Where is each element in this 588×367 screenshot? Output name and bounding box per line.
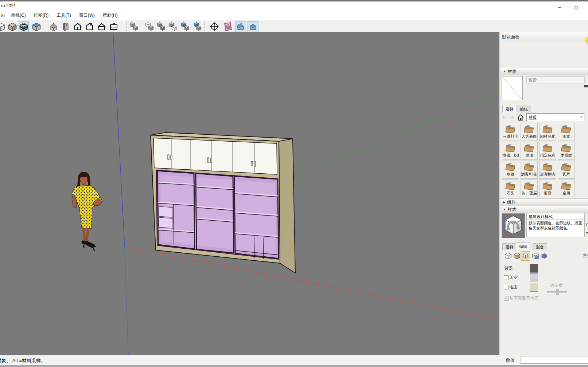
background-settings-button[interactable] xyxy=(521,251,530,261)
ground-color-swatch[interactable] xyxy=(530,283,538,292)
material-category-label: 木质纹 xyxy=(561,153,572,158)
menu-bar: V) 相机(C) 绘图(R) 工具(T) 窗口(W) 帮助(H) xyxy=(0,11,588,20)
view-back-button[interactable] xyxy=(84,21,95,32)
material-category-cell[interactable]: 砖、覆层 xyxy=(521,179,538,197)
toolbar-grip[interactable] xyxy=(126,21,126,31)
transparency-label: 透明度 xyxy=(550,283,563,288)
show-ground-below-checkbox[interactable]: ✓ xyxy=(504,296,509,301)
section-plane-button[interactable] xyxy=(222,21,233,32)
sky-color-swatch[interactable] xyxy=(530,273,538,282)
update-style-icon[interactable]: ⟳ xyxy=(586,222,588,228)
toolbar-grip[interactable] xyxy=(204,21,205,31)
back-arrow-icon[interactable]: ⇦ xyxy=(502,114,507,120)
front-elevation-view-icon xyxy=(97,22,106,31)
transparency-slider-handle[interactable] xyxy=(556,289,559,295)
ground-checkbox[interactable] xyxy=(504,285,509,289)
material-category-cell[interactable]: 地毯、织物 xyxy=(502,142,519,160)
home-icon[interactable] xyxy=(517,114,524,121)
watermark-settings-icon xyxy=(532,252,539,260)
material-category-cell[interactable]: 指定色彩 xyxy=(539,142,556,160)
material-name-field[interactable]: 预设 xyxy=(526,76,585,83)
menu-item-help[interactable]: 帮助(H) xyxy=(99,11,122,20)
materials-header-label: 材质 xyxy=(508,69,516,74)
collapse-triangle-icon: ▼ xyxy=(503,70,506,73)
material-category-cell[interactable]: 玻璃和镜子 xyxy=(539,161,556,179)
sketchup-window: ro 2021 ─ ▢ V) 相机(C) 绘图(R) 工具(T) 窗口(W) 帮… xyxy=(0,0,588,367)
sky-checkbox[interactable] xyxy=(504,275,509,280)
view-iso-button[interactable] xyxy=(48,21,59,32)
maximize-button[interactable]: ▢ xyxy=(569,3,583,12)
view-top-button[interactable] xyxy=(108,21,119,32)
material-category-cell[interactable]: 窗帘 xyxy=(539,179,556,197)
style-options-icon[interactable]: ≡ xyxy=(586,230,588,236)
view-elevation-button[interactable] xyxy=(96,21,107,32)
solid-intersect-button[interactable] xyxy=(144,21,155,32)
material-category-cell[interactable]: 石头 xyxy=(502,179,519,197)
watermark-settings-button[interactable] xyxy=(531,251,540,261)
material-category-cell[interactable]: 金属 xyxy=(558,179,575,197)
menu-item-tools[interactable]: 工具(T) xyxy=(52,11,75,20)
style-xray-button[interactable] xyxy=(0,21,6,32)
style-textured-button[interactable] xyxy=(31,21,42,32)
folder-icon xyxy=(561,125,572,134)
material-category-cell[interactable]: 水纹 xyxy=(502,161,519,179)
menu-item-view-clipped[interactable]: V) xyxy=(0,12,7,20)
xray-cube-icon xyxy=(0,22,5,31)
materials-section-header[interactable]: ▼ 材质 xyxy=(500,68,588,75)
collapse-triangle-icon: ▼ xyxy=(503,208,506,211)
components-section-header[interactable]: ▶ 组件 xyxy=(500,198,588,206)
tray-title-label: 默认面板 xyxy=(502,34,519,40)
material-category-cell[interactable]: 三维打印 xyxy=(502,123,519,141)
material-category-cell[interactable]: 图案 xyxy=(558,123,575,141)
trim-icon xyxy=(180,22,190,31)
folder-icon xyxy=(561,143,572,153)
axes-tool-button[interactable] xyxy=(209,21,220,32)
material-category-cell[interactable]: 木质纹 xyxy=(558,142,575,160)
display-section-fill-button[interactable] xyxy=(248,21,258,32)
edge-settings-button[interactable] xyxy=(503,251,513,261)
material-category-cell[interactable]: 人造表面 xyxy=(521,123,538,141)
material-category-cell[interactable]: 瓦片 xyxy=(558,161,575,179)
material-category-label: 地毯、织物 xyxy=(502,153,519,158)
material-category-cell[interactable]: 沥青和混凝土 xyxy=(521,161,538,179)
solid-trim-button[interactable] xyxy=(180,21,191,32)
solid-subtract-button[interactable] xyxy=(167,21,178,32)
modeling-viewport[interactable] xyxy=(0,32,499,355)
forward-arrow-icon[interactable]: ⇨ xyxy=(510,114,514,120)
measurement-input[interactable] xyxy=(521,356,588,364)
style-back-edges-button[interactable] xyxy=(18,21,29,32)
display-section-cuts-button[interactable] xyxy=(235,21,246,32)
styles-tab-mix[interactable]: 混合 xyxy=(533,243,547,250)
materials-tab-select[interactable]: 选择 xyxy=(502,105,517,113)
menu-item-camera[interactable]: 相机(C) xyxy=(7,11,30,20)
menu-item-window[interactable]: 窗口(W) xyxy=(75,11,99,20)
back-view-icon xyxy=(85,22,94,31)
paint-roller-icon[interactable] xyxy=(584,84,588,91)
modeling-settings-button[interactable] xyxy=(540,251,549,261)
style-monochrome-button[interactable] xyxy=(7,21,17,32)
material-category-cell[interactable]: 屋顶 xyxy=(521,142,538,160)
solid-split-button[interactable] xyxy=(192,21,203,32)
folder-icon xyxy=(524,162,535,172)
material-category-label: 三维打印 xyxy=(503,134,518,139)
tab-divider xyxy=(500,250,588,250)
background-color-swatch[interactable] xyxy=(530,264,538,273)
styles-tab-edit[interactable]: 编辑 xyxy=(516,242,530,250)
window-title: ro 2021 xyxy=(1,3,16,8)
chevron-down-icon: ∨ xyxy=(580,115,583,119)
view-front-button[interactable] xyxy=(72,21,83,32)
solid-union-button[interactable] xyxy=(156,21,167,32)
background-settings-group-label: 背景设置 xyxy=(583,253,588,259)
style-name-field[interactable]: 建筑设计样式 xyxy=(526,213,585,220)
materials-collection-dropdown[interactable]: 材质 ∨ xyxy=(526,113,584,121)
styles-section-header[interactable]: ▼ 样式 xyxy=(500,206,588,213)
styles-tab-select[interactable]: 选择 xyxy=(502,243,517,250)
title-bar: ro 2021 ─ ▢ xyxy=(0,1,588,11)
cabinet-model[interactable] xyxy=(151,133,295,273)
solid-outer-shell-button[interactable] xyxy=(128,21,139,32)
minimize-button[interactable]: ─ xyxy=(553,3,566,12)
view-left-button[interactable] xyxy=(60,21,71,32)
menu-item-draw[interactable]: 绘图(R) xyxy=(30,11,53,20)
material-category-cell[interactable]: 园林绿化 xyxy=(539,123,556,141)
folder-icon xyxy=(542,125,553,134)
